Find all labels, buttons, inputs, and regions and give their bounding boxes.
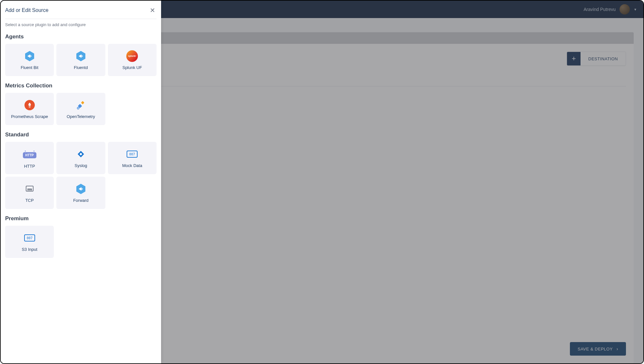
section-title-standard: Standard [5, 132, 157, 138]
fluentbit-icon [24, 50, 35, 62]
prometheus-icon [24, 99, 35, 111]
section-title-metrics: Metrics Collection [5, 83, 157, 89]
panel-title: Add or Edit Source [5, 7, 48, 13]
mock-data-icon: 007 [126, 148, 138, 160]
splunk-icon: splunk› [126, 50, 138, 62]
plugin-tcp[interactable]: TCP [5, 177, 54, 209]
plugin-opentelemetry[interactable]: OpenTelemetry [56, 93, 105, 125]
svg-rect-6 [81, 101, 84, 104]
section-title-premium: Premium [5, 215, 157, 222]
plugin-splunk-uf[interactable]: splunk› Splunk UF [108, 44, 157, 76]
source-picker-panel: Add or Edit Source ✕ Select a source plu… [1, 1, 161, 363]
panel-subtitle: Select a source plugin to add and config… [5, 22, 157, 27]
tcp-icon [24, 183, 35, 195]
plugin-forward[interactable]: Forward [56, 177, 105, 209]
plugin-fluent-bit[interactable]: Fluent Bit [5, 44, 54, 76]
plugin-prometheus-scrape[interactable]: Prometheus Scrape [5, 93, 54, 125]
opentelemetry-icon [75, 99, 87, 111]
plugin-http[interactable]: HTTP HTTP [5, 142, 54, 174]
close-icon[interactable]: ✕ [149, 5, 157, 15]
divider [5, 19, 157, 19]
syslog-icon [75, 148, 87, 160]
plugin-mock-data[interactable]: 007 Mock Data [108, 142, 157, 174]
svg-text:007: 007 [129, 152, 135, 156]
svg-text:007: 007 [27, 236, 33, 240]
plugin-fluentd[interactable]: Fluentd [56, 44, 105, 76]
forward-icon [75, 183, 87, 195]
section-title-agents: Agents [5, 34, 157, 40]
fluentd-icon [75, 50, 87, 62]
s3-icon: 007 [24, 232, 35, 244]
plugin-s3-input[interactable]: 007 S3 Input [5, 226, 54, 258]
http-icon: HTTP [24, 150, 35, 161]
plugin-syslog[interactable]: Syslog [56, 142, 105, 174]
svg-point-8 [77, 107, 79, 109]
